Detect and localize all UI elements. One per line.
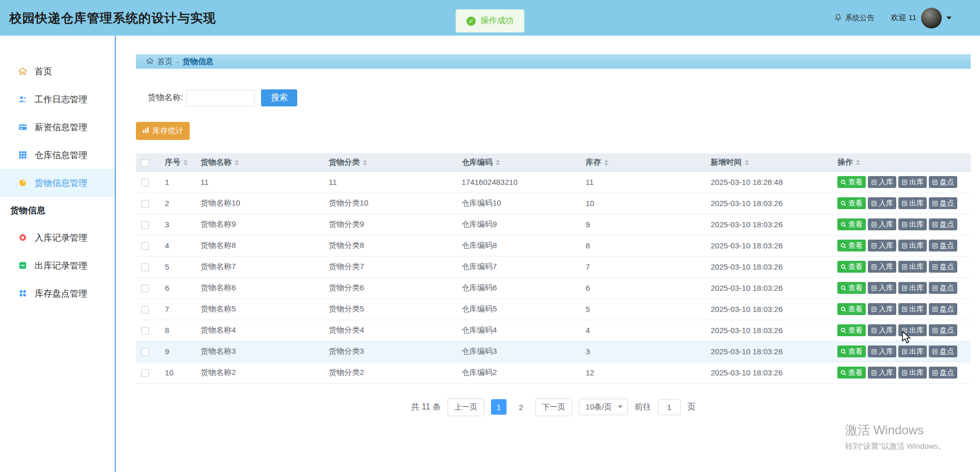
row-checkbox[interactable] — [141, 369, 149, 377]
sort-icon[interactable] — [856, 160, 860, 166]
inbound-button[interactable]: 入库 — [868, 218, 896, 230]
sidebar-item-outbound[interactable]: 出库记录管理 — [0, 251, 115, 279]
view-button[interactable]: 查看 — [837, 240, 866, 251]
goto-page-input[interactable] — [658, 399, 681, 415]
outbound-button[interactable]: 出库 — [898, 367, 927, 379]
sort-icon[interactable] — [496, 160, 500, 166]
view-button[interactable]: 查看 — [837, 218, 866, 230]
row-checkbox[interactable] — [141, 200, 149, 208]
magnifier-icon — [840, 349, 847, 355]
row-checkbox[interactable] — [141, 285, 149, 292]
cell-stock: 7 — [580, 256, 706, 277]
outbound-button[interactable]: 出库 — [898, 261, 927, 273]
inbound-button[interactable]: 入库 — [868, 303, 896, 315]
row-checkbox-cell — [136, 320, 160, 341]
sort-icon[interactable] — [363, 160, 367, 166]
sidebar-item-warehouse[interactable]: 仓库信息管理 — [0, 141, 115, 169]
row-checkbox[interactable] — [141, 306, 149, 313]
column-header[interactable]: 序号 — [160, 153, 195, 171]
outbound-button[interactable]: 出库 — [898, 197, 927, 209]
column-header[interactable]: 操作 — [832, 153, 971, 171]
view-button[interactable]: 查看 — [837, 282, 866, 294]
sidebar-item-home[interactable]: 首页 — [0, 57, 115, 85]
outbound-button[interactable]: 出库 — [898, 218, 927, 230]
inventory-stats-button[interactable]: 库存统计 — [136, 122, 190, 140]
next-page-button[interactable]: 下一页 — [535, 398, 572, 416]
stocktake-button[interactable]: 盘点 — [929, 197, 957, 209]
view-button[interactable]: 查看 — [837, 303, 866, 315]
select-all-checkbox[interactable] — [141, 159, 149, 167]
stocktake-button[interactable]: 盘点 — [929, 324, 957, 336]
action-label: 入库 — [879, 262, 893, 272]
row-checkbox[interactable] — [141, 263, 149, 271]
sort-icon[interactable] — [183, 160, 188, 166]
sort-icon[interactable] — [745, 160, 749, 166]
sidebar-item-worklog[interactable]: 工作日志管理 — [0, 85, 115, 113]
outbound-button[interactable]: 出库 — [898, 240, 927, 251]
search-button[interactable]: 搜索 — [261, 89, 297, 106]
column-header[interactable]: 仓库编码 — [456, 153, 580, 171]
inbound-button[interactable]: 入库 — [868, 240, 896, 251]
cell-code: 仓库编码3 — [456, 341, 580, 362]
row-checkbox[interactable] — [141, 327, 149, 335]
row-checkbox[interactable] — [141, 348, 149, 356]
inbound-button[interactable]: 入库 — [868, 197, 896, 209]
view-button[interactable]: 查看 — [837, 367, 866, 379]
column-header[interactable]: 货物分类 — [324, 153, 456, 171]
document-icon — [901, 285, 908, 291]
view-button[interactable]: 查看 — [837, 261, 866, 273]
view-button[interactable]: 查看 — [837, 197, 866, 209]
action-label: 查看 — [848, 262, 863, 272]
sort-icon[interactable] — [604, 160, 608, 166]
prev-page-button[interactable]: 上一页 — [448, 398, 484, 416]
stocktake-button[interactable]: 盘点 — [929, 176, 957, 188]
outbound-button[interactable]: 出库 — [898, 345, 927, 357]
column-header[interactable]: 新增时间 — [706, 153, 832, 171]
outbound-button[interactable]: 出库 — [898, 324, 927, 336]
page-1-button[interactable]: 1 — [491, 399, 507, 415]
action-label: 盘点 — [940, 262, 954, 272]
sidebar-item-stocktake[interactable]: 库存盘点管理 — [0, 279, 115, 307]
inbound-button[interactable]: 入库 — [868, 176, 896, 188]
sidebar-item-inbound[interactable]: 入库记录管理 — [0, 224, 115, 251]
stocktake-button[interactable]: 盘点 — [929, 282, 957, 294]
goods-name-input[interactable] — [186, 90, 255, 106]
stocktake-button[interactable]: 盘点 — [929, 367, 957, 379]
page-size-select[interactable]: 10条/页 — [579, 399, 628, 415]
inbound-button[interactable]: 入库 — [868, 324, 896, 336]
view-button[interactable]: 查看 — [837, 345, 866, 357]
row-checkbox[interactable] — [141, 242, 149, 250]
stocktake-button[interactable]: 盘点 — [929, 218, 957, 230]
stocktake-button[interactable]: 盘点 — [929, 345, 957, 357]
sidebar-item-label: 库存盘点管理 — [35, 288, 87, 300]
view-button[interactable]: 查看 — [837, 176, 866, 188]
inbound-button[interactable]: 入库 — [868, 367, 896, 379]
outbound-button[interactable]: 出库 — [898, 303, 927, 315]
sort-icon[interactable] — [235, 160, 239, 166]
sidebar-item-goods[interactable]: 货物信息管理 — [0, 169, 115, 197]
action-label: 查看 — [848, 220, 863, 229]
row-actions-cell: 查看入库出库盘点 — [832, 193, 971, 214]
stocktake-button[interactable]: 盘点 — [929, 240, 957, 251]
column-header[interactable]: 货物名称 — [195, 153, 324, 171]
inbound-button[interactable]: 入库 — [868, 282, 896, 294]
bell-icon — [834, 13, 842, 23]
row-checkbox[interactable] — [141, 179, 149, 186]
sidebar-item-salary[interactable]: 薪资信息管理 — [0, 113, 115, 141]
page-2-button[interactable]: 2 — [513, 399, 529, 415]
outbound-button[interactable]: 出库 — [898, 282, 927, 294]
user-menu[interactable]: 欢迎 11 — [891, 8, 952, 28]
document-icon — [901, 349, 908, 355]
row-checkbox[interactable] — [141, 221, 149, 229]
column-header[interactable]: 库存 — [580, 153, 706, 171]
inbound-button[interactable]: 入库 — [868, 261, 896, 273]
stocktake-button[interactable]: 盘点 — [929, 261, 957, 273]
view-button[interactable]: 查看 — [837, 324, 866, 336]
inbound-button[interactable]: 入库 — [868, 345, 896, 357]
cell-name: 货物名称8 — [195, 235, 324, 256]
outbound-button[interactable]: 出库 — [898, 176, 927, 188]
row-checkbox-cell — [136, 171, 160, 193]
system-announcement-link[interactable]: 系统公告 — [834, 13, 874, 23]
stocktake-button[interactable]: 盘点 — [929, 303, 957, 315]
breadcrumb-home-link[interactable]: 首页 — [157, 57, 173, 67]
